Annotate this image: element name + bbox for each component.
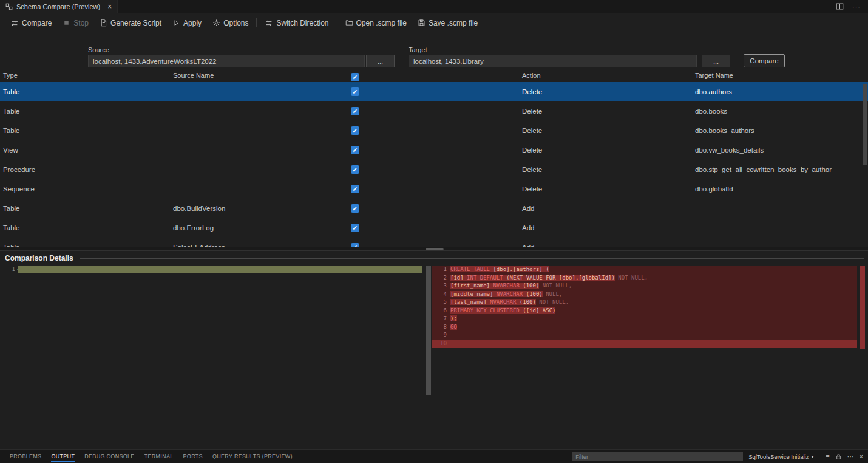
column-source-name[interactable]: Source Name: [173, 72, 214, 79]
panel-tab-debug-console[interactable]: DEBUG CONSOLE: [80, 450, 139, 463]
line-number: 10: [432, 340, 447, 348]
line-number: 9: [432, 331, 447, 340]
close-panel-icon[interactable]: ×: [860, 453, 863, 460]
row-source-name-cell: dbo.BuildVersion: [173, 199, 225, 218]
panel-tab-terminal[interactable]: TERMINAL: [140, 450, 178, 463]
row-type-cell: View: [3, 140, 18, 160]
row-checkbox-wrap: [351, 185, 359, 194]
table-row[interactable]: TableSalesLT.AddressAdd: [0, 238, 868, 247]
toolbar-separator: [256, 18, 257, 27]
row-source-name-cell: SalesLT.Address: [173, 238, 225, 247]
panel-more-actions-icon[interactable]: ···: [847, 453, 854, 460]
diff-line-code: [first_name] NVARCHAR (100) NOT NULL,: [450, 282, 572, 290]
row-checkbox-wrap: [351, 224, 359, 233]
row-action-cell: Add: [522, 238, 534, 247]
table-row[interactable]: TableDeletedbo.authors: [0, 82, 868, 101]
row-target-name-cell: dbo.books: [695, 101, 727, 121]
diff-left-scrollbar[interactable]: [426, 266, 431, 395]
schema-compare-icon: [5, 3, 13, 10]
row-checkbox-wrap: [351, 146, 359, 156]
code-segment: CREATE TABLE: [450, 266, 493, 272]
output-filter-input[interactable]: [572, 452, 743, 461]
row-include-checkbox[interactable]: [351, 126, 359, 135]
code-segment: ([id] ASC): [523, 307, 555, 314]
panel-tab-ports[interactable]: PORTS: [178, 450, 208, 463]
more-actions-icon[interactable]: ···: [852, 3, 861, 10]
schema-compare-toolbar: Compare Stop Generate Script Apply Optio…: [0, 14, 868, 32]
splitter-handle-icon[interactable]: [426, 248, 444, 250]
row-source-name-cell: dbo.ErrorLog: [173, 218, 214, 238]
code-segment: (100): [523, 283, 539, 289]
toolbar-generate-script-button[interactable]: Generate Script: [94, 15, 167, 32]
output-channel-dropdown[interactable]: SqlToolsService Initializ ▾: [748, 453, 820, 460]
diff-source-pane[interactable]: 1+: [0, 266, 424, 448]
row-include-checkbox[interactable]: [351, 87, 359, 96]
code-segment: (NEXT VALUE FOR [dbo].[globalId]): [506, 275, 615, 281]
save-file-icon: [418, 19, 426, 27]
row-include-checkbox[interactable]: [351, 146, 359, 154]
table-row[interactable]: ViewDeletedbo.vw_books_details: [0, 140, 868, 160]
table-row[interactable]: Tabledbo.BuildVersionAdd: [0, 199, 868, 218]
row-include-checkbox[interactable]: [351, 204, 359, 213]
panel-tab-problems[interactable]: PROBLEMS: [5, 450, 46, 463]
panel-splitter[interactable]: [0, 247, 868, 251]
diff-line-code: GO: [450, 323, 457, 332]
line-number: 5: [432, 298, 447, 307]
results-scrollbar-thumb[interactable]: [863, 84, 867, 165]
column-target-name[interactable]: Target Name: [695, 72, 733, 79]
row-include-checkbox[interactable]: [351, 165, 359, 174]
table-row[interactable]: ProcedureDeletedbo.stp_get_all_cowritten…: [0, 160, 868, 179]
toolbar-apply-button[interactable]: Apply: [167, 15, 207, 32]
toolbar-switch-direction-button[interactable]: Switch Direction: [259, 15, 334, 32]
panel-tab-query-results-preview[interactable]: QUERY RESULTS (PREVIEW): [208, 450, 297, 463]
compare-icon: [10, 19, 19, 27]
toolbar-save-scmp-button[interactable]: Save .scmp file: [412, 15, 483, 32]
lock-scroll-icon[interactable]: [835, 453, 842, 460]
tab-schema-compare[interactable]: Schema Compare (Preview) ×: [0, 0, 118, 13]
table-row[interactable]: TableDeletedbo.books_authors: [0, 121, 868, 140]
code-segment: (100): [526, 291, 543, 297]
table-row[interactable]: Tabledbo.ErrorLogAdd: [0, 218, 868, 238]
row-target-name-cell: dbo.stp_get_all_cowritten_books_by_autho…: [695, 160, 832, 179]
tab-close-icon[interactable]: ×: [107, 3, 112, 10]
diff-target-pane[interactable]: 1CREATE TABLE [dbo].[authors] (2[id] INT…: [432, 266, 868, 448]
row-action-cell: Delete: [522, 82, 542, 101]
code-segment: NVARCHAR: [493, 283, 523, 289]
column-action[interactable]: Action: [522, 72, 541, 79]
row-action-cell: Add: [522, 199, 534, 218]
output-list-icon[interactable]: ≡: [826, 453, 829, 460]
row-include-checkbox[interactable]: [351, 224, 359, 232]
switch-direction-icon: [265, 19, 273, 27]
source-input[interactable]: [88, 55, 365, 67]
toolbar-options-label: Options: [223, 19, 248, 27]
chevron-down-icon: ▾: [811, 454, 813, 459]
diff-target-line: 9: [432, 331, 857, 340]
source-browse-button[interactable]: ...: [366, 55, 395, 67]
target-browse-button[interactable]: ...: [702, 55, 730, 67]
target-input[interactable]: [409, 55, 697, 67]
row-include-checkbox[interactable]: [351, 185, 359, 193]
diff-overview-ruler[interactable]: [857, 266, 868, 448]
toolbar-options-button[interactable]: Options: [207, 15, 254, 32]
row-include-checkbox[interactable]: [351, 107, 359, 115]
diff-target-line: 10: [432, 340, 857, 348]
toolbar-stop-button[interactable]: Stop: [57, 15, 94, 32]
column-type[interactable]: Type: [3, 72, 18, 79]
split-editor-icon[interactable]: [836, 2, 844, 10]
compare-button[interactable]: Compare: [744, 54, 785, 67]
table-row[interactable]: SequenceDeletedbo.globalId: [0, 179, 868, 199]
select-all-checkbox[interactable]: [351, 73, 359, 81]
row-checkbox-wrap: [351, 165, 359, 175]
diff-editor: 1+ 1CREATE TABLE [dbo].[authors] (2[id] …: [0, 266, 868, 448]
results-scrollbar[interactable]: [863, 82, 867, 247]
toolbar-open-scmp-button[interactable]: Open .scmp file: [340, 15, 412, 32]
toolbar-compare-button[interactable]: Compare: [5, 15, 57, 32]
row-checkbox-wrap: [351, 107, 359, 117]
panel-tab-output[interactable]: OUTPUT: [46, 450, 80, 463]
diff-overview-red-marks: [860, 266, 865, 349]
results-header: Type Source Name Action Target Name: [0, 70, 868, 82]
comparison-details-header: Comparison Details: [0, 251, 868, 266]
code-segment: NVARCHAR: [497, 291, 526, 297]
table-row[interactable]: TableDeletedbo.books: [0, 101, 868, 121]
code-segment: [dbo].[authors] (: [493, 266, 549, 272]
